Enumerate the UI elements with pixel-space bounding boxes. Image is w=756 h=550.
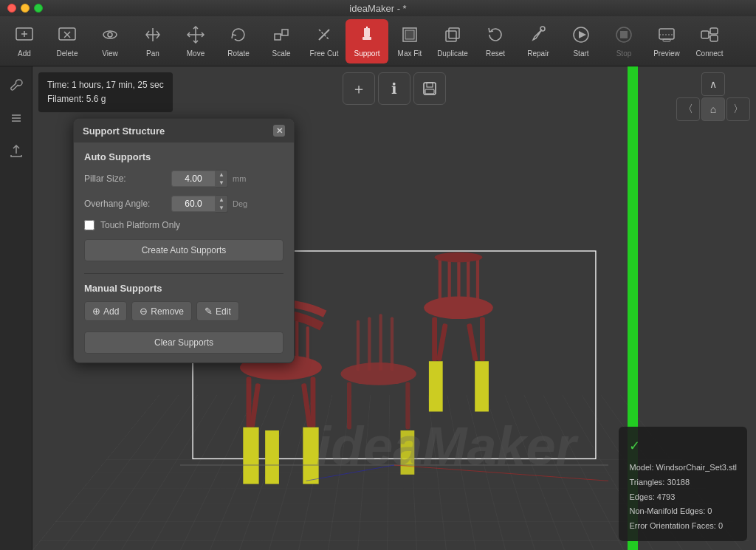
svg-rect-69 xyxy=(379,314,382,371)
tool-delete[interactable]: Delete xyxy=(46,19,89,63)
left-sidebar xyxy=(0,66,32,550)
create-auto-supports-button[interactable]: Create Auto Supports xyxy=(84,239,284,261)
overhang-angle-input-wrap: ▲ ▼ Deg xyxy=(171,195,284,213)
svg-rect-70 xyxy=(391,317,394,371)
add-support-icon: ⊕ xyxy=(92,306,100,317)
touch-platform-label: Touch Platform Only xyxy=(100,220,180,230)
svg-rect-18 xyxy=(446,31,456,41)
tool-add[interactable]: Add xyxy=(3,19,46,63)
pillar-size-unit: mm xyxy=(233,174,246,183)
overhang-angle-up[interactable]: ▲ xyxy=(216,196,227,204)
overhang-angle-down[interactable]: ▼ xyxy=(216,204,227,212)
tool-duplicate[interactable]: Duplicate xyxy=(431,19,474,63)
duplicate-label: Duplicate xyxy=(437,49,468,58)
add-support-button[interactable]: ⊕ Add xyxy=(84,301,127,321)
svg-rect-30 xyxy=(710,35,718,41)
viewport[interactable]: ideaMaker Time: 1 hours, 17 min, 25 sec … xyxy=(32,66,756,550)
edit-support-label: Edit xyxy=(216,306,231,317)
svg-rect-49 xyxy=(436,323,448,362)
tool-freecut[interactable]: Free Cut xyxy=(303,19,346,63)
filament-info: Filament: 5.6 g xyxy=(47,92,164,106)
connect-icon xyxy=(700,25,719,47)
nav-right-button[interactable]: 〉 xyxy=(726,97,750,121)
freecut-label: Free Cut xyxy=(310,49,339,58)
preview-label: Preview xyxy=(653,49,680,58)
duplicate-icon xyxy=(443,25,462,47)
overhang-angle-unit: Deg xyxy=(233,199,247,208)
model-triangles: Triangles: 30188 xyxy=(629,475,737,490)
support-icon xyxy=(357,25,377,47)
traffic-lights xyxy=(7,4,43,13)
edit-support-button[interactable]: ✎ Edit xyxy=(196,301,239,321)
support-dialog: Support Structure ✕ Auto Supports Pillar… xyxy=(73,118,295,363)
overhang-angle-row: Overhang Angle: ▲ ▼ Deg xyxy=(84,195,284,213)
window-title: ideaMaker - * xyxy=(349,3,406,14)
add-support-label: Add xyxy=(103,306,119,317)
sidebar-icon-upload[interactable] xyxy=(4,139,28,162)
clear-supports-button[interactable]: Clear Supports xyxy=(84,331,284,354)
vp-add-icon: ＋ xyxy=(351,79,366,99)
tool-repair[interactable]: Repair xyxy=(517,19,560,63)
nav-home-button[interactable]: ⌂ xyxy=(701,97,725,121)
view-label: View xyxy=(102,49,118,58)
svg-rect-10 xyxy=(275,34,281,40)
vp-save-button[interactable] xyxy=(413,72,446,105)
overhang-angle-input[interactable] xyxy=(171,196,216,212)
overhang-angle-label: Overhang Angle: xyxy=(84,199,165,209)
manual-supports-title: Manual Supports xyxy=(84,283,284,294)
start-icon xyxy=(571,25,591,47)
viewport-nav: ∧ 〈 ⌂ 〉 xyxy=(676,72,750,146)
tool-maxfit[interactable]: Max Fit xyxy=(388,19,431,63)
tool-move[interactable]: Move xyxy=(174,19,217,63)
tool-start[interactable]: Start xyxy=(560,19,602,63)
pillar-size-input[interactable] xyxy=(171,171,216,187)
nav-up-button[interactable]: ∧ xyxy=(701,72,725,96)
svg-rect-28 xyxy=(701,31,709,38)
remove-support-button[interactable]: ⊖ Remove xyxy=(131,301,192,321)
nav-left-button[interactable]: 〈 xyxy=(676,97,700,121)
dialog-close-button[interactable]: ✕ xyxy=(273,125,285,137)
time-info: Time: 1 hours, 17 min, 25 sec xyxy=(47,78,164,92)
pillar-size-up[interactable]: ▲ xyxy=(216,171,227,179)
svg-point-46 xyxy=(424,296,493,319)
move-label: Move xyxy=(187,49,205,58)
touch-platform-checkbox[interactable] xyxy=(84,220,94,230)
sidebar-icon-wrench[interactable] xyxy=(4,74,28,97)
sidebar-icon-list[interactable] xyxy=(4,106,28,130)
tool-reset[interactable]: Reset xyxy=(474,19,517,63)
delete-label: Delete xyxy=(57,49,78,58)
manual-support-buttons: ⊕ Add ⊖ Remove ✎ Edit xyxy=(84,301,284,321)
vp-info-button[interactable]: ℹ xyxy=(378,72,410,105)
tool-preview[interactable]: Preview xyxy=(645,19,688,63)
minimize-button[interactable] xyxy=(21,4,30,13)
delete-icon xyxy=(58,25,77,47)
model-name: Model: WindsorChair_Set3.stl xyxy=(629,461,737,475)
close-button[interactable] xyxy=(7,4,16,13)
remove-support-icon: ⊖ xyxy=(140,306,148,317)
svg-rect-72 xyxy=(347,382,351,429)
tool-stop[interactable]: Stop xyxy=(602,19,645,63)
tool-view[interactable]: View xyxy=(89,19,131,63)
freecut-icon xyxy=(315,25,334,47)
svg-rect-11 xyxy=(282,30,288,35)
svg-rect-37 xyxy=(427,83,433,87)
tool-rotate[interactable]: Rotate xyxy=(217,19,260,63)
svg-point-7 xyxy=(108,32,112,37)
tool-support[interactable]: Support xyxy=(346,19,388,63)
tool-pan[interactable]: Pan xyxy=(131,19,174,63)
maximize-button[interactable] xyxy=(34,4,43,13)
vp-info-icon: ℹ xyxy=(391,80,397,97)
edit-support-icon: ✎ xyxy=(205,306,213,317)
svg-rect-29 xyxy=(710,28,718,34)
model-error-faces: Error Orientation Faces: 0 xyxy=(629,519,737,534)
svg-rect-27 xyxy=(663,39,670,41)
tool-connect[interactable]: Connect xyxy=(688,19,731,63)
vp-add-button[interactable]: ＋ xyxy=(343,72,375,105)
svg-rect-48 xyxy=(480,317,485,362)
dialog-title: Support Structure xyxy=(83,126,165,137)
svg-rect-64 xyxy=(243,427,258,484)
pillar-size-down[interactable]: ▼ xyxy=(216,179,227,187)
tool-scale[interactable]: Scale xyxy=(260,19,303,63)
svg-rect-74 xyxy=(401,430,415,475)
svg-rect-66 xyxy=(265,430,279,484)
